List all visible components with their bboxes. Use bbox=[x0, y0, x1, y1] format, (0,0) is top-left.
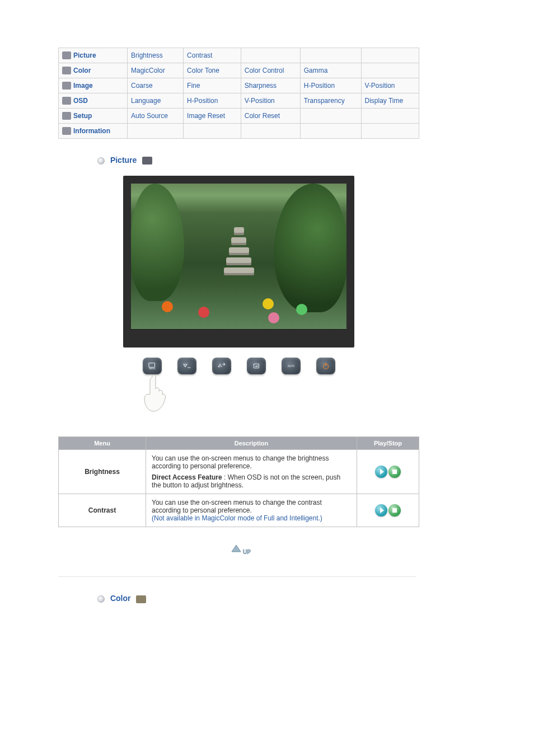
menu-item-cell[interactable]: Gamma bbox=[300, 63, 361, 78]
color-badge-icon bbox=[136, 595, 146, 603]
hand-pointer-icon bbox=[140, 372, 174, 412]
menu-item-link: Color Control bbox=[245, 67, 284, 74]
menu-item-cell bbox=[361, 124, 419, 139]
menu-category-label: Setup bbox=[73, 112, 92, 120]
monitor-illustration: MENU AUTO bbox=[123, 176, 354, 414]
menu-item-cell[interactable]: V-Position bbox=[361, 78, 419, 93]
menu-item-link: Fine bbox=[187, 82, 200, 90]
monitor-button-bar: MENU AUTO bbox=[123, 348, 354, 374]
menu-item-link: Image Reset bbox=[187, 112, 225, 120]
section-title-label: Color bbox=[110, 594, 131, 603]
menu-item-cell[interactable]: Brightness bbox=[128, 48, 184, 63]
menu-category-cell[interactable]: Setup bbox=[59, 109, 128, 124]
desc-menu-cell: Contrast bbox=[59, 494, 146, 527]
menu-category-cell[interactable]: Picture bbox=[59, 48, 128, 63]
menu-item-cell bbox=[241, 48, 300, 63]
menu-row: PictureBrightnessContrast bbox=[59, 48, 419, 63]
category-icon bbox=[62, 97, 71, 105]
enter-icon bbox=[251, 361, 261, 371]
menu-item-cell[interactable]: Display Time bbox=[361, 93, 419, 109]
svg-rect-2 bbox=[254, 364, 259, 369]
menu-item-cell[interactable]: V-Position bbox=[241, 93, 300, 109]
menu-item-cell bbox=[361, 48, 419, 63]
desc-playstop-cell bbox=[357, 450, 419, 494]
menu-item-cell bbox=[241, 124, 300, 139]
monitor-up-button[interactable] bbox=[212, 358, 231, 374]
menu-item-link: Brightness bbox=[131, 51, 163, 59]
stop-button[interactable] bbox=[388, 504, 401, 516]
menu-item-cell[interactable]: Color Tone bbox=[184, 63, 241, 78]
menu-item-cell[interactable]: H-Position bbox=[184, 93, 241, 109]
menu-category-label: Color bbox=[73, 67, 91, 74]
menu-navigation-table: PictureBrightnessContrastColorMagicColor… bbox=[58, 48, 419, 139]
header-description: Description bbox=[146, 437, 357, 450]
menu-item-cell[interactable]: Sharpness bbox=[241, 78, 300, 93]
section-title-color: Color bbox=[97, 594, 419, 603]
menu-item-cell[interactable]: Coarse bbox=[128, 78, 184, 93]
menu-item-cell[interactable]: Color Reset bbox=[241, 109, 300, 124]
play-button[interactable] bbox=[375, 466, 387, 478]
category-icon bbox=[62, 51, 71, 59]
monitor-screen bbox=[131, 184, 346, 329]
menu-item-link: Sharpness bbox=[245, 82, 277, 90]
stop-button[interactable] bbox=[388, 466, 401, 478]
menu-row: OSDLanguageH-PositionV-PositionTranspare… bbox=[59, 93, 419, 109]
bullet-icon bbox=[97, 595, 105, 603]
power-icon bbox=[321, 361, 331, 371]
menu-row: ColorMagicColorColor ToneColor ControlGa… bbox=[59, 63, 419, 78]
play-button[interactable] bbox=[375, 504, 387, 516]
category-icon bbox=[62, 67, 71, 74]
header-playstop: Play/Stop bbox=[357, 437, 419, 450]
scroll-up-icon[interactable]: UP bbox=[226, 539, 252, 560]
svg-text:UP: UP bbox=[243, 549, 251, 555]
menu-item-cell[interactable]: Fine bbox=[184, 78, 241, 93]
table-row: BrightnessYou can use the on-screen menu… bbox=[59, 450, 419, 494]
menu-item-link: Contrast bbox=[187, 51, 212, 59]
menu-item-link: H-Position bbox=[304, 82, 335, 90]
menu-item-cell[interactable]: Transparency bbox=[300, 93, 361, 109]
menu-item-link: Coarse bbox=[131, 82, 153, 90]
menu-category-cell[interactable]: Information bbox=[59, 124, 128, 139]
menu-item-cell[interactable]: Image Reset bbox=[184, 109, 241, 124]
desc-bold: Direct Access Feature bbox=[152, 473, 222, 481]
menu-category-label: Picture bbox=[73, 51, 96, 59]
svg-text:AUTO: AUTO bbox=[287, 365, 294, 368]
menu-item-cell[interactable]: Contrast bbox=[184, 48, 241, 63]
desc-line: You can use the on-screen menus to chang… bbox=[152, 499, 351, 514]
down-arrow-icon bbox=[182, 361, 192, 371]
menu-category-cell[interactable]: Color bbox=[59, 63, 128, 78]
menu-item-link: V-Position bbox=[365, 82, 395, 90]
menu-item-link: H-Position bbox=[187, 97, 218, 105]
menu-category-cell[interactable]: Image bbox=[59, 78, 128, 93]
menu-item-cell bbox=[184, 124, 241, 139]
description-table: Menu Description Play/Stop BrightnessYou… bbox=[58, 436, 419, 527]
menu-item-cell bbox=[300, 124, 361, 139]
menu-item-cell bbox=[361, 63, 419, 78]
section-divider bbox=[58, 576, 416, 577]
menu-item-cell bbox=[128, 124, 184, 139]
desc-text-cell: You can use the on-screen menus to chang… bbox=[146, 450, 357, 494]
menu-item-cell[interactable]: Auto Source bbox=[128, 109, 184, 124]
monitor-power-button[interactable] bbox=[316, 358, 335, 374]
desc-text-cell: You can use the on-screen menus to chang… bbox=[146, 494, 357, 527]
section-title-picture: Picture bbox=[97, 156, 419, 165]
menu-category-cell[interactable]: OSD bbox=[59, 93, 128, 109]
menu-item-link: Auto Source bbox=[131, 112, 168, 120]
menu-item-link: Display Time bbox=[365, 97, 404, 105]
menu-item-link: V-Position bbox=[245, 97, 275, 105]
monitor-enter-button[interactable] bbox=[247, 358, 266, 374]
category-icon bbox=[62, 127, 71, 135]
monitor-auto-button[interactable]: AUTO bbox=[282, 358, 301, 374]
menu-item-cell[interactable]: H-Position bbox=[300, 78, 361, 93]
menu-item-link: Color Tone bbox=[187, 67, 219, 74]
up-arrow-icon bbox=[217, 361, 227, 371]
category-icon bbox=[62, 112, 71, 120]
menu-item-link: Language bbox=[131, 97, 161, 105]
monitor-down-button[interactable] bbox=[177, 358, 196, 374]
menu-category-label: OSD bbox=[73, 97, 88, 105]
menu-item-cell[interactable]: Language bbox=[128, 93, 184, 109]
table-row: ContrastYou can use the on-screen menus … bbox=[59, 494, 419, 527]
menu-item-cell[interactable]: Color Control bbox=[241, 63, 300, 78]
menu-item-cell[interactable]: MagicColor bbox=[128, 63, 184, 78]
desc-menu-cell: Brightness bbox=[59, 450, 146, 494]
